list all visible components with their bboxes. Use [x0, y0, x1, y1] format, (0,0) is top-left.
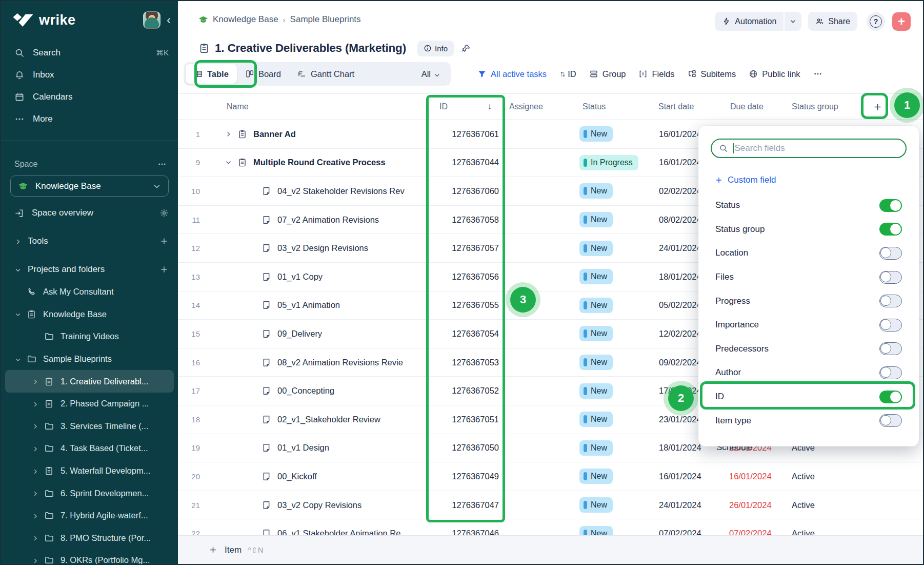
sidebar-item-space-overview[interactable]: Space overview — [1, 203, 178, 223]
sidebar-tree-item[interactable]: 1. Creative Deliverabl... — [5, 370, 174, 393]
toggle-off[interactable] — [879, 271, 902, 284]
column-header-due-date[interactable]: Due date — [724, 102, 785, 111]
status-cell[interactable]: New — [575, 269, 651, 284]
add-project-icon[interactable] — [159, 265, 169, 274]
task-name-cell[interactable]: 01_v1 Design — [206, 443, 427, 453]
add-tool-icon[interactable] — [159, 237, 169, 246]
sidebar-tree-item[interactable]: 2. Phased Campaign ... — [5, 393, 174, 415]
task-name-cell[interactable]: Multiple Round Creative Process — [206, 158, 427, 167]
table-row[interactable]: 2103_v2 Copy Revisions1276367047New24/01… — [178, 491, 923, 520]
breadcrumb-space[interactable]: Knowledge Base — [213, 14, 278, 25]
field-toggle-row-author[interactable]: Author — [698, 361, 919, 385]
status-badge[interactable]: New — [579, 383, 613, 399]
chevron-down-icon[interactable] — [14, 310, 22, 318]
status-cell[interactable]: New — [575, 497, 651, 513]
sidebar-tree-item[interactable]: 9. OKRs (Portfolio Mg... — [5, 549, 174, 564]
table-row[interactable]: 2000_Kickoff1276367049New16/01/202416/01… — [178, 462, 923, 491]
chevron-right-icon[interactable] — [225, 130, 232, 138]
status-cell[interactable]: New — [575, 212, 651, 227]
add-custom-field-button[interactable]: Custom field — [715, 173, 776, 187]
automation-dropdown-icon[interactable] — [785, 12, 801, 31]
collapse-sidebar-icon[interactable]: ‹ — [167, 14, 171, 26]
task-name-cell[interactable]: 05_v1 Animation — [206, 300, 427, 310]
sidebar-tree-item[interactable]: Ask My Consultant — [5, 281, 174, 303]
status-badge[interactable]: New — [579, 412, 613, 427]
space-more-icon[interactable] — [157, 160, 167, 169]
info-button[interactable]: Info — [417, 41, 454, 56]
status-cell[interactable]: New — [575, 326, 651, 341]
task-name-cell[interactable]: 08_v2 Animation Revisions Revie — [206, 358, 427, 367]
space-selector[interactable]: Knowledge Base — [10, 176, 169, 197]
chevron-right-icon[interactable] — [32, 467, 39, 475]
chevron-right-icon[interactable] — [14, 238, 22, 245]
add-item-bar[interactable]: Item ^⇧N — [178, 535, 923, 564]
toggle-off[interactable] — [879, 295, 902, 307]
status-badge[interactable]: New — [579, 298, 613, 313]
status-cell[interactable]: New — [575, 298, 651, 313]
share-button[interactable]: Share — [808, 12, 857, 31]
subitems-button[interactable]: Subitems — [688, 69, 736, 79]
status-cell[interactable]: New — [575, 383, 651, 399]
sort-by-id[interactable]: ↑↓ ID — [559, 69, 576, 79]
gear-icon[interactable] — [159, 208, 169, 218]
task-name-cell[interactable]: 04_v2 Stakeholder Revisions Rev — [206, 186, 427, 196]
field-toggle-row-predecessors[interactable]: Predecessors — [698, 337, 919, 361]
add-item-label[interactable]: Item — [225, 545, 242, 555]
tab-all-filter[interactable]: All — [413, 64, 449, 84]
tab-table[interactable]: Table — [186, 64, 237, 84]
field-toggle-row-status-group[interactable]: Status group — [698, 218, 919, 242]
task-name-cell[interactable]: 01_v1 Copy — [206, 272, 427, 282]
field-toggle-row-importance[interactable]: Importance — [698, 313, 919, 337]
chevron-right-icon[interactable] — [32, 534, 39, 541]
sidebar-item-tools[interactable]: Tools — [1, 231, 178, 251]
status-cell[interactable]: New — [575, 412, 651, 427]
status-cell[interactable]: New — [575, 241, 651, 256]
sort-desc-icon[interactable]: ↓ — [488, 102, 492, 112]
toggle-off[interactable] — [879, 366, 902, 379]
chevron-right-icon[interactable] — [32, 378, 39, 385]
task-name-cell[interactable]: Banner Ad — [206, 129, 427, 139]
pin-icon[interactable] — [460, 43, 471, 53]
sidebar-nav-more[interactable]: More — [1, 108, 178, 130]
status-badge[interactable]: New — [579, 469, 613, 484]
sidebar-nav-inbox[interactable]: Inbox — [1, 64, 178, 86]
status-badge[interactable]: New — [579, 440, 613, 456]
status-badge[interactable]: New — [579, 269, 613, 284]
status-cell[interactable]: New — [575, 440, 651, 456]
status-badge[interactable]: New — [579, 183, 613, 199]
column-header-name[interactable]: Name — [206, 102, 427, 111]
field-toggle-row-progress[interactable]: Progress — [698, 289, 919, 313]
status-badge[interactable]: New — [579, 497, 613, 513]
fields-button[interactable]: Fields — [638, 69, 674, 79]
chevron-down-icon[interactable] — [14, 356, 22, 363]
toggle-off[interactable] — [879, 414, 902, 427]
sidebar-tree-item[interactable]: Knowledge Base — [5, 303, 174, 326]
toggle-on[interactable] — [879, 199, 902, 212]
sidebar-item-projects-and-folders[interactable]: Projects and folders — [1, 259, 178, 280]
field-toggle-row-status[interactable]: Status — [698, 193, 919, 218]
column-header-assignee[interactable]: Assignee — [506, 102, 575, 111]
status-cell[interactable]: New — [575, 126, 651, 142]
field-toggle-row-id[interactable]: ID — [698, 385, 919, 409]
chevron-down-icon[interactable] — [225, 159, 232, 166]
toggle-off[interactable] — [879, 247, 902, 260]
sidebar-tree-item[interactable]: 6. Sprint Developmen... — [5, 482, 174, 504]
toggle-on[interactable] — [879, 391, 902, 403]
chevron-right-icon[interactable] — [32, 490, 39, 497]
column-header-start-date[interactable]: Start date — [651, 102, 724, 111]
filter-active-tasks[interactable]: All active tasks — [477, 69, 547, 79]
search-fields-input[interactable]: Search fields — [711, 139, 907, 158]
toggle-off[interactable] — [879, 342, 902, 355]
sidebar-nav-calendars[interactable]: Calendars — [1, 86, 178, 108]
sidebar-tree-item[interactable]: 3. Services Timeline (... — [5, 415, 174, 438]
chevron-right-icon[interactable] — [32, 400, 39, 407]
sidebar-tree-item[interactable]: 7. Hybrid Agile-waterf... — [5, 504, 174, 527]
chevron-right-icon[interactable] — [32, 512, 39, 519]
tab-gantt-chart[interactable]: Gantt Chart — [289, 64, 363, 84]
sidebar-tree-item[interactable]: 8. PMO Structure (Por... — [5, 527, 174, 550]
status-cell[interactable]: New — [575, 355, 651, 370]
field-toggle-row-files[interactable]: Files — [698, 265, 919, 289]
toggle-on[interactable] — [879, 223, 902, 236]
task-name-cell[interactable]: 00_Kickoff — [206, 472, 427, 481]
sidebar-tree-item[interactable]: Training Videos — [5, 325, 174, 348]
